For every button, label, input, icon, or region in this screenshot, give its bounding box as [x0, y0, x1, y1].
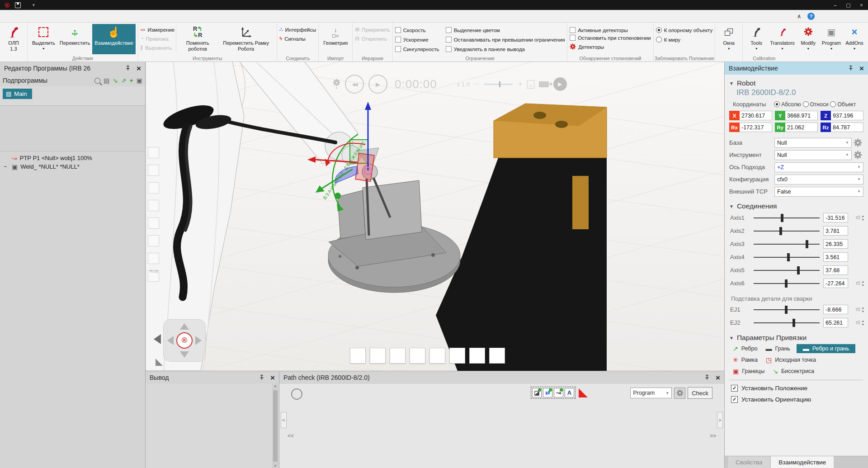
- editor-toolbar-icon[interactable]: [77, 108, 88, 118]
- editor-toolbar-icon[interactable]: [120, 128, 131, 139]
- axis-slider[interactable]: [754, 322, 820, 323]
- y-input[interactable]: 3668.971: [785, 111, 818, 120]
- speed-minus-icon[interactable]: −: [474, 80, 478, 88]
- nav-down-icon[interactable]: [180, 351, 189, 358]
- set-orientation-checkbox[interactable]: ✓ Установить Ориентацию: [731, 396, 863, 403]
- editor-toolbar-icon[interactable]: [1, 128, 12, 139]
- tree-expander[interactable]: −: [4, 163, 7, 170]
- editor-toolbar-icon[interactable]: [66, 128, 77, 139]
- viewport-tool-icon[interactable]: [148, 165, 159, 176]
- editor-toolbar-icon[interactable]: [66, 139, 77, 149]
- check-button[interactable]: Check: [688, 387, 712, 399]
- record-video-icon[interactable]: [539, 81, 549, 87]
- editor-toolbar-icon[interactable]: [1, 108, 12, 118]
- editor-toolbar-icon[interactable]: [88, 128, 99, 139]
- export-subprogram-icon[interactable]: ⇗: [121, 77, 127, 84]
- axis-slider[interactable]: [754, 309, 820, 310]
- x-input[interactable]: 2730.617: [740, 111, 772, 120]
- axis-spinner[interactable]: т0 ▲▼: [848, 280, 864, 286]
- checkbox[interactable]: [395, 46, 401, 52]
- rx-input[interactable]: -172.317: [740, 123, 772, 132]
- path-check-settings-button[interactable]: [674, 388, 685, 399]
- editor-toolbar-icon[interactable]: [44, 139, 55, 149]
- ribbon-tab[interactable]: [14, 10, 29, 22]
- checkbox-checked[interactable]: ✓: [731, 396, 738, 403]
- ribbon-tab[interactable]: [87, 10, 101, 22]
- qat-dropdown-icon[interactable]: ▾: [33, 3, 35, 7]
- snap-origin-button[interactable]: ◳Исходная точка: [764, 355, 818, 364]
- nav-home-button[interactable]: ®: [176, 332, 193, 349]
- collision-checkbox[interactable]: Активные детекторы: [570, 26, 651, 34]
- editor-toolbar-icon[interactable]: [88, 108, 99, 118]
- limit-checkbox[interactable]: Скорость: [395, 26, 439, 34]
- checkbox[interactable]: [570, 35, 576, 41]
- external-tcp-select[interactable]: False▼: [774, 187, 863, 197]
- editor-toolbar-icon[interactable]: [99, 118, 109, 128]
- editor-toolbar-icon[interactable]: [23, 118, 33, 128]
- editor-toolbar-icon[interactable]: [44, 108, 55, 118]
- scroll-left-button[interactable]: <: [281, 412, 287, 428]
- snap-bisector-button[interactable]: ↘Биссектриса: [771, 367, 816, 376]
- detectors-button[interactable]: Детекторы: [570, 43, 651, 51]
- start-simulation-button[interactable]: ▶: [553, 77, 567, 91]
- tree-item-ptp[interactable]: ↝ PTP P1 <Null> wobj1 100%: [2, 154, 143, 162]
- tab-interaction[interactable]: Взаимодействие: [771, 456, 834, 468]
- windows-button[interactable]: Окна ▾: [717, 24, 740, 54]
- viewport-bottom-tool[interactable]: [390, 348, 406, 364]
- snap-button[interactable]: ◔Привязка: [141, 35, 175, 43]
- translators-button[interactable]: Translators ▾: [768, 24, 797, 54]
- mode-icon[interactable]: A: [565, 388, 574, 397]
- axis-spinner[interactable]: т0 ▲▼: [848, 306, 864, 312]
- nav-corner-icon[interactable]: [156, 359, 163, 366]
- close-icon[interactable]: ×: [859, 65, 864, 72]
- output-scrollbar[interactable]: ▲▼: [272, 384, 278, 468]
- nav-right-pad-icon[interactable]: [195, 336, 202, 345]
- collapse-ribbon-icon[interactable]: ∧: [797, 13, 801, 19]
- detach-button[interactable]: ⊟Открепить: [355, 35, 390, 43]
- mode-icon[interactable]: ↝: [554, 388, 563, 397]
- tree-item-weld[interactable]: − ▣ Weld_ *NULL* *NULL*: [2, 162, 143, 171]
- editor-toolbar-icon[interactable]: [55, 139, 66, 149]
- editor-toolbar-icon[interactable]: [88, 118, 99, 128]
- viewport-3d[interactable]: ВЗАИМНОЕ ДВИЖЕНИЕ ▾ ◀◀ ▶ 0:00:00 x 1.0 −…: [146, 62, 724, 371]
- ribbon-tab[interactable]: [72, 10, 87, 22]
- viewport-tool-icon[interactable]: [148, 217, 159, 229]
- attach-button[interactable]: ⊞Прикрепить: [355, 26, 390, 33]
- mode-icon[interactable]: ⇄: [543, 388, 552, 397]
- select-button[interactable]: Выделить ▾: [30, 24, 57, 54]
- viewport-bottom-tool[interactable]: [469, 348, 485, 364]
- snap-face-button[interactable]: ▬Грань: [764, 344, 792, 353]
- main-subprogram-button[interactable]: ▤ Main: [3, 89, 32, 99]
- checkbox[interactable]: [570, 27, 576, 33]
- rewind-button[interactable]: ◀◀: [345, 75, 364, 94]
- page-left-button[interactable]: <<: [288, 433, 294, 439]
- limit-checkbox[interactable]: Выделение цветом: [446, 26, 565, 34]
- checkbox[interactable]: [446, 37, 452, 43]
- axis-value-input[interactable]: 3.781: [823, 226, 848, 236]
- speed-plus-icon[interactable]: +: [518, 80, 522, 88]
- align-button[interactable]: ∥Выровнять: [141, 44, 175, 52]
- close-icon[interactable]: ×: [137, 65, 141, 72]
- checklist-icon[interactable]: ▤: [104, 77, 109, 84]
- limit-checkbox[interactable]: Сингулярность: [395, 45, 439, 53]
- editor-toolbar-icon[interactable]: [99, 108, 109, 118]
- import-subprogram-icon[interactable]: ⇘: [113, 77, 118, 84]
- geometry-button[interactable]: ↓□○ Геометрия: [321, 24, 350, 54]
- help-icon[interactable]: ?: [807, 13, 815, 20]
- base-select[interactable]: Null▼: [774, 138, 852, 148]
- scroll-right-button[interactable]: >: [717, 412, 723, 428]
- coords-relative-radio[interactable]: Относи: [803, 101, 829, 108]
- report-pdf-icon[interactable]: A: [527, 80, 534, 89]
- radio-on[interactable]: [656, 27, 662, 33]
- editor-toolbar-icon[interactable]: [23, 108, 33, 118]
- minimize-button[interactable]: –: [829, 0, 842, 10]
- rz-input[interactable]: 84.787: [831, 123, 863, 132]
- axis-value-input[interactable]: 65.261: [823, 318, 848, 327]
- viewport-bottom-tool[interactable]: [350, 348, 366, 364]
- editor-toolbar-icon[interactable]: [12, 108, 23, 118]
- viewport-bottom-tool[interactable]: [449, 348, 465, 364]
- editor-toolbar-icon[interactable]: [66, 118, 77, 128]
- snap-edge-button[interactable]: ↗Ребро: [731, 344, 759, 353]
- axis-spinner[interactable]: т0 ▲▼: [848, 214, 864, 221]
- pin-icon[interactable]: [125, 65, 131, 71]
